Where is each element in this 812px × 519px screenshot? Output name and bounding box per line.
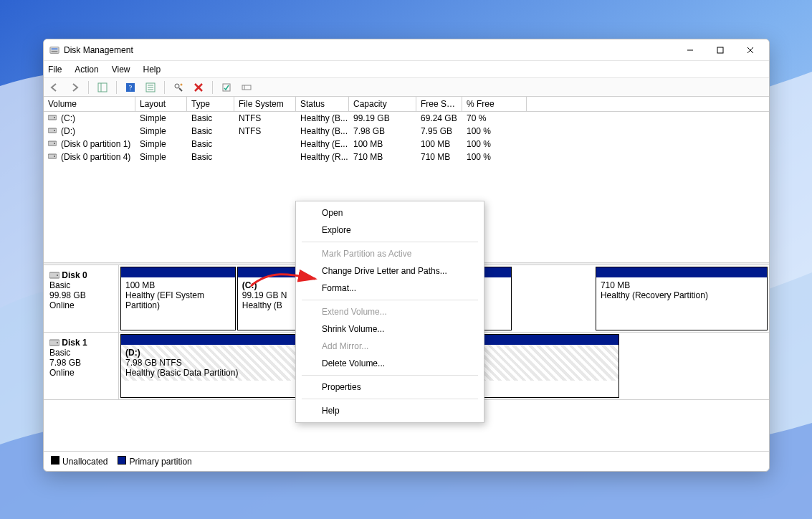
svg-rect-2: [52, 48, 58, 49]
context-menu-item[interactable]: Properties: [296, 378, 484, 396]
help-button[interactable]: ?: [123, 80, 138, 95]
column-header-pctfree[interactable]: % Free: [462, 97, 527, 111]
volume-cell-capacity: 100 MB: [349, 138, 416, 150]
context-menu-item[interactable]: Help: [296, 402, 484, 419]
menu-file[interactable]: File: [48, 65, 62, 75]
maximize-button[interactable]: [707, 40, 733, 60]
volume-cell-type: Basic: [187, 138, 234, 150]
svg-rect-28: [48, 154, 57, 158]
menu-action[interactable]: Action: [75, 65, 98, 75]
action-list-button[interactable]: [143, 80, 158, 95]
context-menu-separator: [302, 242, 478, 242]
volume-cell-name: (Disk 0 partition 4): [44, 151, 135, 163]
partition[interactable]: 100 MBHealthy (EFI System Partition): [120, 267, 236, 330]
volume-cell-layout: Simple: [135, 125, 187, 137]
toolbar: ?: [44, 78, 769, 97]
context-menu-item[interactable]: Explore: [296, 222, 484, 239]
volume-cell-capacity: 710 MB: [349, 151, 416, 163]
column-header-type[interactable]: Type: [187, 97, 234, 111]
svg-point-18: [181, 83, 183, 85]
close-button[interactable]: [737, 40, 763, 60]
volume-columns-header: VolumeLayoutTypeFile SystemStatusCapacit…: [44, 97, 769, 112]
menu-view[interactable]: View: [112, 65, 130, 75]
volume-cell-capacity: 99.19 GB: [349, 113, 416, 124]
minimize-button[interactable]: [677, 40, 703, 60]
svg-rect-5: [717, 47, 723, 53]
context-menu-separator: [302, 375, 478, 376]
volume-cell-status: Healthy (R...: [296, 151, 349, 163]
volume-cell-type: Basic: [187, 113, 234, 124]
context-menu: OpenExploreMark Partition as ActiveChang…: [295, 201, 484, 423]
list-view-button[interactable]: [239, 80, 254, 95]
context-menu-item[interactable]: Delete Volume...: [296, 355, 484, 372]
svg-point-33: [57, 342, 58, 343]
column-header-fs[interactable]: File System: [234, 97, 296, 111]
menubar: File Action View Help: [44, 61, 769, 78]
column-header-volume[interactable]: Volume: [44, 97, 135, 111]
context-menu-item[interactable]: Format...: [296, 280, 484, 297]
drive-icon: [48, 114, 58, 121]
volume-cell-status: Healthy (B...: [296, 113, 349, 124]
back-button[interactable]: [47, 80, 62, 95]
svg-point-27: [54, 143, 55, 144]
volume-cell-fs: NTFS: [234, 113, 296, 124]
legend: Unallocated Primary partition: [44, 451, 769, 471]
context-menu-item: Mark Partition as Active: [296, 245, 484, 262]
drive-icon: [48, 140, 58, 147]
volume-cell-pctfree: 100 %: [462, 151, 527, 163]
delete-button[interactable]: [191, 80, 206, 95]
svg-rect-3: [52, 50, 58, 52]
partition[interactable]: 710 MBHealthy (Recovery Partition): [596, 267, 768, 330]
volume-cell-type: Basic: [187, 125, 234, 137]
svg-rect-22: [48, 115, 57, 120]
show-hide-console-tree-button[interactable]: [95, 80, 110, 95]
volume-cell-name: (C:): [44, 113, 135, 124]
context-menu-item[interactable]: Shrink Volume...: [296, 320, 484, 338]
context-menu-separator: [302, 300, 478, 300]
properties-button[interactable]: [219, 80, 234, 95]
volume-cell-layout: Simple: [135, 151, 187, 163]
volume-cell-freespace: 710 MB: [416, 151, 462, 163]
volume-cell-pctfree: 70 %: [462, 113, 527, 124]
column-header-layout[interactable]: Layout: [135, 97, 187, 111]
context-menu-item[interactable]: Change Drive Letter and Paths...: [296, 262, 484, 280]
column-header-freespace[interactable]: Free Spa...: [416, 97, 462, 111]
volume-cell-pctfree: 100 %: [462, 125, 527, 137]
volume-cell-name: (D:): [44, 125, 135, 137]
context-menu-item: Extend Volume...: [296, 303, 484, 320]
volume-cell-type: Basic: [187, 151, 234, 163]
volume-cell-pctfree: 100 %: [462, 138, 527, 150]
volume-cell-freespace: 7.95 GB: [416, 125, 462, 137]
volume-row[interactable]: (Disk 0 partition 4)SimpleBasicHealthy (…: [44, 151, 769, 163]
volume-cell-layout: Simple: [135, 113, 187, 124]
volume-row[interactable]: (D:)SimpleBasicNTFSHealthy (B...7.98 GB7…: [44, 125, 769, 138]
svg-rect-19: [223, 84, 230, 91]
legend-unallocated: Unallocated: [51, 456, 108, 467]
volume-cell-fs: [234, 138, 296, 150]
volume-cell-layout: Simple: [135, 138, 187, 150]
svg-rect-8: [98, 83, 107, 92]
disk-info[interactable]: Disk 1Basic7.98 GBOnline: [44, 333, 119, 399]
volume-row[interactable]: (C:)SimpleBasicNTFSHealthy (B...99.19 GB…: [44, 112, 769, 125]
volume-cell-status: Healthy (E...: [296, 138, 349, 150]
context-menu-item[interactable]: Open: [296, 204, 484, 222]
svg-line-17: [179, 88, 182, 91]
context-menu-separator: [302, 399, 478, 399]
legend-primary: Primary partition: [118, 456, 191, 467]
disk-info[interactable]: Disk 0Basic99.98 GBOnline: [44, 265, 119, 332]
forward-button[interactable]: [67, 80, 82, 95]
volume-cell-freespace: 69.24 GB: [416, 113, 462, 124]
column-header-status[interactable]: Status: [296, 97, 349, 111]
svg-point-31: [57, 275, 58, 276]
column-header-capacity[interactable]: Capacity: [349, 97, 416, 111]
titlebar: Disk Management: [44, 39, 769, 61]
svg-point-16: [175, 84, 179, 88]
disk-management-icon: [49, 45, 59, 55]
volume-cell-name: (Disk 0 partition 1): [44, 138, 135, 150]
volume-cell-freespace: 100 MB: [416, 138, 462, 150]
menu-help[interactable]: Help: [143, 65, 161, 75]
volume-cell-capacity: 7.98 GB: [349, 125, 416, 137]
volume-row[interactable]: (Disk 0 partition 1)SimpleBasicHealthy (…: [44, 138, 769, 151]
svg-point-29: [54, 156, 55, 157]
settings-button[interactable]: [171, 80, 186, 95]
